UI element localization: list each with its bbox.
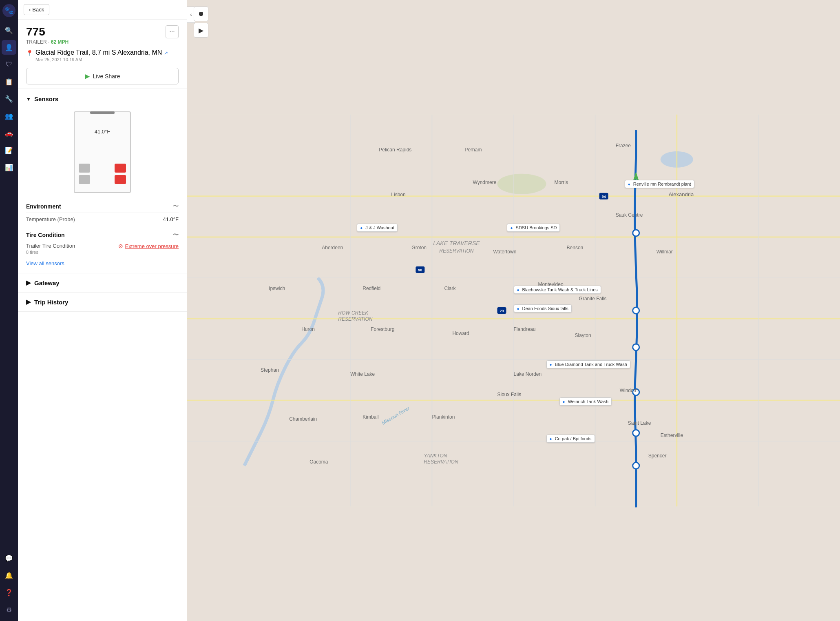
trip-history-arrow-icon: ▶ bbox=[26, 298, 31, 306]
svg-text:ROW CREEK: ROW CREEK bbox=[338, 310, 369, 316]
copak-label-text: Co pak / Bpi foods bbox=[555, 436, 592, 441]
nav-tracking[interactable]: 👤 bbox=[2, 40, 16, 55]
map-label-renville[interactable]: Renville mn Rembrandt plant bbox=[625, 180, 694, 188]
tire-col-right bbox=[115, 164, 126, 184]
svg-text:Chamberlain: Chamberlain bbox=[289, 416, 317, 422]
more-options-button[interactable]: ··· bbox=[166, 25, 179, 38]
svg-text:Slayton: Slayton bbox=[575, 333, 591, 338]
sensors-section: ▼ Sensors 41.0°F bbox=[18, 89, 187, 273]
sensors-header[interactable]: ▼ Sensors bbox=[26, 95, 179, 102]
map-play-button[interactable]: ▶ bbox=[194, 23, 208, 38]
environment-subsection: Environment 〜 Temperature (Probe) 41.0°F bbox=[26, 203, 179, 226]
svg-text:Plankinton: Plankinton bbox=[432, 414, 455, 420]
sensors-arrow-icon: ▼ bbox=[26, 96, 31, 102]
environment-label: Environment bbox=[26, 203, 61, 210]
svg-text:Estherville: Estherville bbox=[661, 432, 683, 438]
svg-text:Huron: Huron bbox=[301, 326, 315, 332]
svg-text:Lisbon: Lisbon bbox=[391, 192, 405, 197]
temp-probe-value: 41.0°F bbox=[163, 216, 179, 222]
nav-search[interactable]: 🔍 bbox=[2, 23, 16, 38]
view-all-sensors-link[interactable]: View all sensors bbox=[26, 260, 179, 266]
svg-text:YANKTON: YANKTON bbox=[424, 453, 447, 459]
map-label-blachowske[interactable]: Blachowske Tank Wash & Truck Lines bbox=[514, 286, 601, 294]
svg-text:Redfield: Redfield bbox=[363, 286, 380, 291]
nav-help[interactable]: ❓ bbox=[2, 585, 16, 600]
asset-header: 775 ··· TRAILER · 62 MPH 📍 Glacial Ridge… bbox=[18, 20, 187, 89]
nav-notes[interactable]: 📝 bbox=[2, 143, 16, 157]
tire-right-front bbox=[115, 164, 126, 173]
trip-history-label: Trip History bbox=[34, 299, 68, 306]
svg-point-20 bbox=[633, 430, 639, 436]
map-record-button[interactable]: ⏺ bbox=[194, 7, 208, 21]
svg-point-16 bbox=[633, 230, 639, 236]
svg-text:White Lake: White Lake bbox=[350, 371, 375, 377]
tire-left-rear bbox=[79, 175, 90, 184]
map-label-weinrich[interactable]: Weinrich Tank Wash bbox=[559, 397, 612, 406]
location-pin-icon: 📍 bbox=[26, 50, 33, 56]
temperature-label: 41.0°F bbox=[95, 129, 110, 135]
tire-count-label: 8 tires bbox=[26, 250, 75, 255]
nav-tools[interactable]: 🔧 bbox=[2, 91, 16, 106]
svg-text:Sioux Falls: Sioux Falls bbox=[497, 392, 521, 397]
map-label-copak[interactable]: Co pak / Bpi foods bbox=[546, 435, 595, 443]
nav-messages[interactable]: 💬 bbox=[2, 551, 16, 566]
blachowske-label-text: Blachowske Tank Wash & Truck Lines bbox=[522, 287, 598, 292]
map-label-blue-diamond[interactable]: Blue Diamond Tank and Truck Wash bbox=[546, 360, 630, 368]
svg-text:90: 90 bbox=[418, 268, 422, 272]
trailer-handle bbox=[90, 111, 115, 114]
map-background[interactable]: Pelican Rapids Perham Frazee Alexandria … bbox=[187, 0, 840, 621]
location-address: Glacial Ridge Trail, 8.7 mi S Alexandria… bbox=[35, 49, 162, 56]
svg-text:29: 29 bbox=[500, 309, 504, 313]
svg-text:Windom: Windom bbox=[620, 388, 638, 393]
nav-analytics[interactable]: 📊 bbox=[2, 160, 16, 175]
tire-error-icon: ⊘ bbox=[118, 243, 123, 249]
trip-history-header[interactable]: ▶ Trip History bbox=[26, 298, 179, 306]
tire-error-text[interactable]: Extreme over pressure bbox=[125, 243, 179, 249]
location-text: Glacial Ridge Trail, 8.7 mi S Alexandria… bbox=[35, 49, 168, 56]
sidebar-panel: ‹ Back 775 ··· TRAILER · 62 MPH 📍 Glacia… bbox=[18, 0, 187, 621]
svg-text:Kimball: Kimball bbox=[363, 414, 378, 420]
tire-status: ⊘ Extreme over pressure bbox=[118, 243, 179, 249]
trailer-tire-label: Trailer Tire Condition bbox=[26, 243, 75, 249]
nav-shield[interactable]: 🛡 bbox=[2, 57, 16, 72]
blue-diamond-label-text: Blue Diamond Tank and Truck Wash bbox=[555, 362, 627, 367]
svg-text:RESERVATION: RESERVATION bbox=[338, 316, 373, 322]
tire-left-front bbox=[79, 164, 90, 173]
map-label-dean[interactable]: Dean Foods Sioux falls bbox=[514, 304, 572, 313]
live-share-button[interactable]: ▶ Live Share bbox=[26, 68, 179, 84]
map-label-sdsu[interactable]: SDSU Brookings SD bbox=[507, 224, 560, 232]
tire-condition-header[interactable]: Tire Condition 〜 bbox=[26, 231, 179, 239]
nav-vehicles[interactable]: 🚗 bbox=[2, 126, 16, 140]
map-area: ‹ ⏺ ▶ bbox=[187, 0, 840, 621]
top-bar: ‹ Back bbox=[18, 0, 187, 20]
environment-header[interactable]: Environment 〜 bbox=[26, 203, 179, 210]
svg-text:Oacoma: Oacoma bbox=[309, 459, 328, 465]
svg-text:Flandreau: Flandreau bbox=[514, 326, 536, 332]
svg-point-2 bbox=[497, 174, 546, 194]
back-button[interactable]: ‹ Back bbox=[24, 4, 49, 15]
svg-text:Saint Lake: Saint Lake bbox=[628, 420, 651, 426]
tire-grid bbox=[75, 164, 130, 184]
nav-reports[interactable]: 📋 bbox=[2, 74, 16, 89]
renville-label-text: Renville mn Rembrandt plant bbox=[633, 182, 691, 186]
map-controls: ⏺ ▶ bbox=[194, 7, 208, 38]
map-label-jj[interactable]: J & J Washout bbox=[357, 224, 398, 232]
svg-point-21 bbox=[633, 462, 639, 469]
left-nav: 🐾 🔍 👤 🛡 📋 🔧 👥 🚗 📝 📊 💬 🔔 ❓ ⚙ bbox=[0, 0, 18, 621]
trailer-diagram-box: 41.0°F bbox=[74, 111, 131, 193]
location-row: 📍 Glacial Ridge Trail, 8.7 mi S Alexandr… bbox=[26, 49, 179, 62]
nav-settings[interactable]: ⚙ bbox=[2, 602, 16, 617]
temp-probe-label: Temperature (Probe) bbox=[26, 216, 75, 222]
nav-alerts[interactable]: 🔔 bbox=[2, 568, 16, 583]
svg-text:Clark: Clark bbox=[444, 286, 456, 291]
environment-chart-icon: 〜 bbox=[173, 203, 179, 210]
gateway-label: Gateway bbox=[34, 279, 60, 286]
nav-users[interactable]: 👥 bbox=[2, 109, 16, 123]
location-external-link[interactable]: ↗ bbox=[164, 50, 168, 56]
asset-type: TRAILER bbox=[26, 39, 47, 45]
gateway-header[interactable]: ▶ Gateway bbox=[26, 279, 179, 286]
tire-chart-icon: 〜 bbox=[173, 231, 179, 239]
back-arrow-icon: ‹ bbox=[29, 7, 31, 13]
back-label: Back bbox=[32, 7, 44, 13]
svg-text:Benson: Benson bbox=[567, 245, 584, 251]
